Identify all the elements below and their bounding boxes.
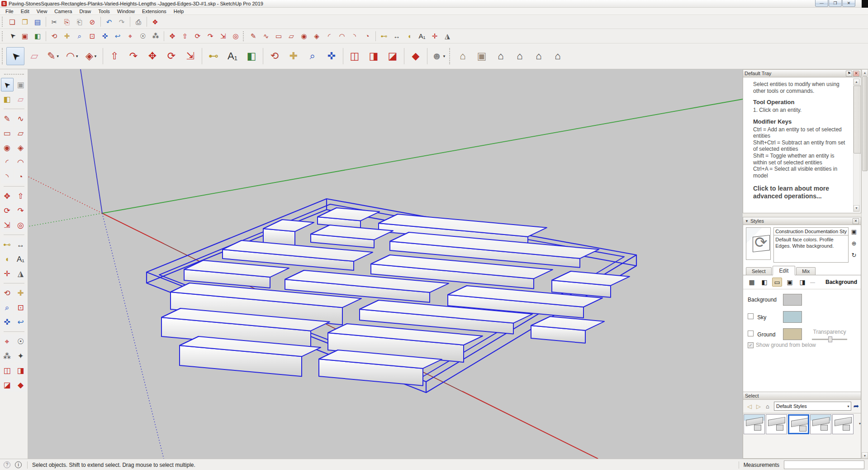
style-thumbnail-5[interactable] bbox=[832, 414, 854, 434]
section-plane-button[interactable]: ◫ bbox=[346, 47, 364, 65]
eraser-button[interactable]: ▱ bbox=[25, 47, 43, 65]
modeling-settings-icon[interactable]: ◨ bbox=[797, 278, 807, 287]
undo-button[interactable]: ↶ bbox=[103, 16, 115, 28]
watermark-settings-icon[interactable]: ▣ bbox=[785, 278, 795, 287]
toolbar-drag-handle[interactable] bbox=[4, 74, 24, 76]
rotated-rectangle-button[interactable]: ▱ bbox=[14, 126, 27, 140]
pan-button[interactable]: ✚ bbox=[61, 30, 73, 42]
zoom-window-button[interactable]: ⊡ bbox=[86, 30, 98, 42]
move-button[interactable]: ✥ bbox=[143, 47, 161, 65]
zoom-previous-button[interactable]: ↩ bbox=[14, 315, 27, 329]
arc-button[interactable]: ◠ bbox=[14, 155, 27, 169]
sky-checkbox[interactable] bbox=[748, 313, 754, 319]
style-description-field[interactable]: Default face colors. Profile Edges. Whit… bbox=[773, 235, 849, 263]
eraser-button[interactable]: ▱ bbox=[14, 92, 27, 106]
update-style-icon[interactable]: ↻ bbox=[850, 251, 858, 259]
axes-button[interactable]: ✛ bbox=[429, 30, 441, 42]
three-point-arc-button[interactable]: ◝ bbox=[349, 30, 360, 42]
polygon-button[interactable]: ◈ bbox=[311, 30, 323, 42]
menu-item[interactable]: View bbox=[33, 8, 51, 14]
select-button[interactable]: ➤ bbox=[1, 78, 14, 91]
position-camera-button[interactable]: ⌖ bbox=[124, 30, 136, 42]
circle-button[interactable]: ◉ bbox=[1, 141, 14, 154]
zoom-previous-button[interactable]: ↩ bbox=[112, 30, 123, 42]
paving-planks-model[interactable] bbox=[147, 199, 636, 393]
save-button[interactable]: ▤ bbox=[32, 16, 43, 28]
tape-measure-button[interactable]: ⊷ bbox=[378, 30, 390, 42]
navigation-button[interactable]: ✦ bbox=[14, 349, 27, 363]
paint-bucket-button[interactable]: ◧ bbox=[242, 47, 261, 65]
zoom-extents-button[interactable]: ✜ bbox=[99, 30, 111, 42]
geolocation-icon[interactable]: ? bbox=[4, 461, 10, 468]
look-around-button[interactable]: ☉ bbox=[14, 335, 27, 348]
two-point-arc-button[interactable]: ◜ bbox=[1, 155, 14, 169]
rotate-button[interactable]: ⟳ bbox=[162, 47, 180, 65]
viewport[interactable] bbox=[28, 69, 743, 459]
tray-scrollbar-thumb[interactable] bbox=[862, 76, 868, 171]
toolbar-drag-handle[interactable] bbox=[2, 48, 4, 64]
section-display-button[interactable]: ◨ bbox=[365, 47, 383, 65]
tab-mix[interactable]: Mix bbox=[796, 267, 816, 275]
polygon-button[interactable]: ◈ bbox=[14, 141, 27, 154]
styles-close-icon[interactable]: ✕ bbox=[853, 218, 859, 224]
follow-me-button[interactable]: ↷ bbox=[204, 30, 216, 42]
3d-text-button[interactable]: ◮ bbox=[14, 267, 27, 280]
push-pull-button[interactable]: ⇧ bbox=[179, 30, 191, 42]
rectangle-button[interactable]: ▭ bbox=[1, 126, 14, 140]
scale-button[interactable]: ⇲ bbox=[181, 47, 199, 65]
text-button[interactable]: A₁ bbox=[14, 252, 27, 266]
details-arrow-icon[interactable]: ➦ bbox=[853, 402, 859, 410]
style-thumbnail-4[interactable] bbox=[810, 414, 831, 434]
axes-button[interactable]: ✛ bbox=[1, 267, 14, 280]
style-thumbnail-2[interactable] bbox=[766, 414, 787, 434]
orbit-button[interactable]: ⟲ bbox=[1, 286, 14, 300]
toolbar-drag-handle[interactable] bbox=[2, 31, 4, 41]
line-button[interactable]: ✎ bbox=[247, 30, 259, 42]
model-info-button[interactable]: ❖ bbox=[149, 16, 161, 28]
back-icon[interactable]: ◁ bbox=[745, 402, 754, 411]
background-swatch[interactable] bbox=[783, 294, 802, 306]
walk-button[interactable]: ⁂ bbox=[150, 30, 161, 42]
ground-swatch[interactable] bbox=[783, 328, 802, 340]
background-settings-icon[interactable]: ▭ bbox=[772, 278, 782, 287]
minimize-button[interactable]: — bbox=[815, 0, 828, 7]
look-around-button[interactable]: ☉ bbox=[137, 30, 149, 42]
circle-button[interactable]: ◉ bbox=[298, 30, 310, 42]
section-fill-button[interactable]: ◪ bbox=[384, 47, 402, 65]
new-button[interactable]: ❏ bbox=[6, 16, 18, 28]
style-name-field[interactable]: Construction Documentation Sty bbox=[773, 227, 849, 235]
dropdown-caret-icon[interactable]: ▼ bbox=[56, 54, 60, 58]
face-settings-icon[interactable]: ◧ bbox=[759, 278, 769, 287]
scroll-up-icon[interactable]: ▲ bbox=[854, 79, 859, 85]
push-pull-button[interactable]: ⇧ bbox=[105, 47, 123, 65]
menu-item[interactable]: Camera bbox=[51, 8, 76, 14]
make-component-button[interactable]: ▣ bbox=[14, 78, 27, 91]
freehand-button[interactable]: ∿ bbox=[260, 30, 272, 42]
extension-warehouse-button[interactable]: ◆ bbox=[407, 47, 425, 65]
slider-thumb[interactable] bbox=[828, 336, 832, 342]
scale-button[interactable]: ⇲ bbox=[217, 30, 229, 42]
zoom-extents-button[interactable]: ✜ bbox=[323, 47, 341, 65]
offset-button[interactable]: ◎ bbox=[14, 218, 27, 232]
zoom-button[interactable]: ⌕ bbox=[74, 30, 85, 42]
styles-panel-header[interactable]: ▼ Styles ✕ bbox=[743, 217, 861, 225]
home-c-button[interactable]: ⌂ bbox=[530, 47, 548, 65]
make-component-button[interactable]: ▣ bbox=[19, 30, 31, 42]
menu-item[interactable]: Window bbox=[114, 8, 138, 14]
instructor-advanced-link[interactable]: Click to learn about more advanced opera… bbox=[753, 185, 849, 200]
protractor-button[interactable]: ◖ bbox=[1, 252, 14, 266]
zoom-extents-button[interactable]: ✜ bbox=[1, 315, 14, 329]
home-b-button[interactable]: ⌂ bbox=[511, 47, 529, 65]
dimension-button[interactable]: ↔ bbox=[391, 30, 403, 42]
menu-item[interactable]: Draw bbox=[76, 8, 95, 14]
paint-bucket-button[interactable]: ◧ bbox=[1, 92, 14, 106]
collapse-icon[interactable]: ▼ bbox=[745, 219, 749, 223]
transparency-slider[interactable] bbox=[812, 339, 847, 340]
close-button[interactable]: ✕ bbox=[842, 0, 855, 7]
tab-select[interactable]: Select bbox=[746, 267, 772, 275]
rotate-button[interactable]: ⟳ bbox=[192, 30, 204, 42]
text-button[interactable]: A₁ bbox=[223, 47, 242, 65]
tray-scrollbar[interactable]: ▲ ▼ bbox=[861, 69, 868, 459]
rotated-rectangle-button[interactable]: ▱ bbox=[285, 30, 297, 42]
rotate-button[interactable]: ⟳ bbox=[1, 204, 14, 217]
